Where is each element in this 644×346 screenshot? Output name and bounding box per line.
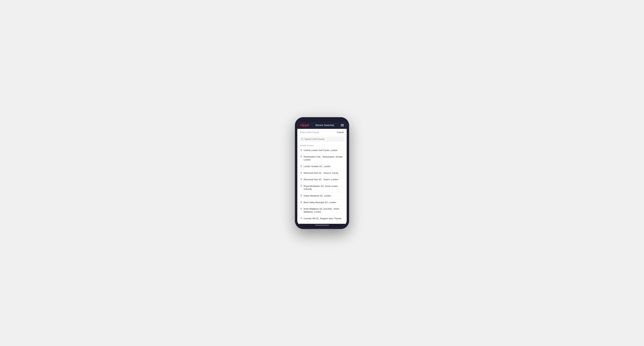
list-item[interactable]: Central London Golf Centre, London [297,147,347,154]
list-item[interactable]: Royal Wimbledon GC, Great London Authori… [297,183,347,193]
list-item[interactable]: London Scottish GC, London [297,163,347,170]
home-bar [315,225,329,225]
search-container [297,135,347,143]
course-name: Richmond Park GC - Duke's, London [304,178,338,181]
list-item[interactable]: Brent Valley Municipal GC, London [297,199,347,206]
course-name: Coombe Hill GC, Kingston upon Thames [304,217,342,220]
course-name: Brent Valley Municipal GC, London [304,201,336,204]
cancel-button[interactable]: Cancel [337,131,344,134]
location-pin-icon [300,208,302,210]
app-logo: clippd [300,123,309,127]
phone-screen: clippd Recent Searches Find a Golf Cours… [297,120,347,227]
course-name: Royal Wimbledon GC, Great London Authori… [304,185,344,191]
location-pin-icon [300,217,302,220]
notch-area [297,120,347,122]
menu-icon[interactable] [341,124,344,126]
list-item[interactable]: Roehampton Club - Roehampton, Greater Lo… [297,154,347,163]
nearby-label: Nearby courses [297,143,347,147]
search-box [300,137,344,142]
search-icon [301,138,304,140]
nav-title: Recent Searches [315,124,334,127]
home-indicator [297,224,347,227]
location-pin-icon [300,178,302,181]
search-input[interactable] [304,138,343,140]
list-item[interactable]: Dukes Meadows GC, London [297,193,347,199]
svg-line-1 [303,140,303,140]
course-name: North Middlesex GC (1011942 - North Midd… [304,207,344,213]
course-name: Dukes Meadows GC, London [304,194,331,197]
list-item[interactable]: North Middlesex GC (1011942 - North Midd… [297,206,347,215]
location-pin-icon [300,194,302,197]
list-item[interactable]: Richmond Park GC - Duke's, London [297,176,347,183]
course-list: Central London Golf Centre, London Roeha… [297,147,347,224]
nav-bar: clippd Recent Searches [297,122,347,129]
course-name: Richmond Park GC - Prince's, Surrey [304,172,338,175]
content-area: Find a Golf Course Cancel Nearby courses [297,129,347,224]
find-header-title: Find a Golf Course [300,131,319,134]
location-pin-icon [300,149,302,152]
location-pin-icon [300,165,302,168]
course-name: London Scottish GC, London [304,165,330,168]
location-pin-icon [300,172,302,174]
location-pin-icon [300,201,302,204]
course-name: Central London Golf Centre, London [304,149,338,152]
location-pin-icon [300,185,302,187]
find-header: Find a Golf Course Cancel [297,129,347,135]
list-item[interactable]: Richmond Park GC - Prince's, Surrey [297,170,347,176]
list-item[interactable]: Coombe Hill GC, Kingston upon Thames [297,215,347,222]
location-pin-icon [300,156,302,158]
phone-device: clippd Recent Searches Find a Golf Cours… [295,117,349,229]
course-name: Roehampton Club - Roehampton, Greater Lo… [304,156,344,161]
